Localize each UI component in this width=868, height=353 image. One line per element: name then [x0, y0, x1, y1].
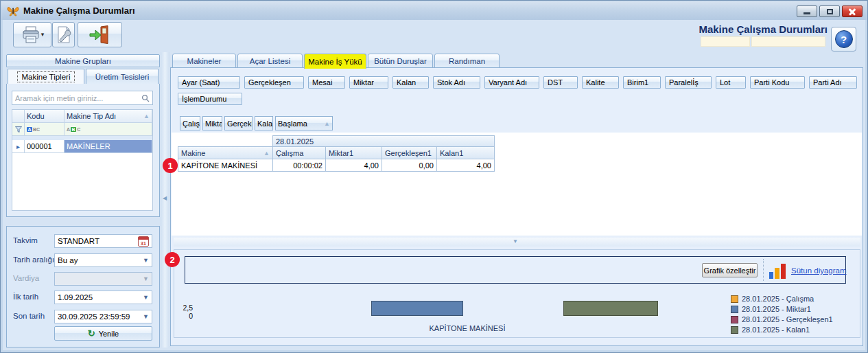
x-axis-category-label: KAPİTONE MAKİNESİ [385, 324, 550, 332]
pivot-column-kalan1[interactable]: Kalan1 [436, 146, 495, 159]
help-button[interactable]: ? [831, 27, 856, 52]
field-button-parti-adi[interactable]: Parti Adı [809, 76, 857, 89]
pivot-group-header-date[interactable]: 28.01.2025 [272, 135, 495, 147]
funnel-icon [15, 126, 22, 133]
question-mark-icon: ? [835, 30, 853, 48]
column-button-miktar[interactable]: Mikta [202, 116, 222, 130]
pivot-column-calisma[interactable]: Çalışma [272, 146, 326, 159]
field-button-varyant-adi[interactable]: Varyant Adı [484, 76, 539, 89]
sort-asc-icon: ▲ [143, 113, 150, 119]
grid-column-kodu[interactable]: Kodu [25, 110, 64, 123]
abc-filter-icon: ABC [27, 127, 40, 132]
maximize-button[interactable] [819, 5, 840, 17]
chevron-down-icon: ▼ [143, 313, 149, 320]
legend-item-calisma: 28.01.2025 - Çalışma [731, 295, 814, 303]
collapse-left-icon[interactable]: ◀ [163, 195, 167, 201]
search-input[interactable]: Aramak için metin giriniz... [12, 91, 153, 105]
column-button-calisma[interactable]: Çalışı [180, 116, 200, 130]
tarih-araligi-select[interactable]: Bu ay▼ [54, 253, 152, 267]
annotation-badge-2: 2 [165, 252, 180, 267]
takvim-field[interactable]: STANDART 31 [54, 234, 152, 248]
pivot-column-gerceklesen1[interactable]: Gerçekleşen1 [382, 146, 437, 159]
grid-column-makine-tip-adi[interactable]: Makine Tip Adı▲ [64, 110, 152, 123]
legend-item-miktar1: 28.01.2025 - Miktar1 [731, 305, 811, 313]
tab-makine-is-yuku[interactable]: Makine İş Yükü [304, 54, 366, 69]
sort-asc-icon: ▲ [263, 150, 270, 157]
chevron-down-icon: ▼ [143, 257, 149, 264]
pivot-column-miktar1[interactable]: Miktar1 [325, 146, 382, 159]
page-heading: Makine Çalışma Durumları [649, 23, 828, 35]
field-button-kalan[interactable]: Kalan [392, 76, 429, 89]
legend-swatch [731, 326, 738, 334]
grid-filter-row[interactable]: ABC ABC [12, 123, 152, 136]
field-button-dst[interactable]: DST [543, 76, 578, 89]
pivot-value-kalan1[interactable]: 4,00 [436, 159, 495, 172]
refresh-icon: ↻ [88, 329, 95, 338]
tab-acar-listesi[interactable]: Açar Listesi [237, 54, 303, 68]
sidebar-group-header[interactable]: Makine Grupları [6, 54, 160, 67]
search-placeholder: Aramak için metin giriniz... [15, 94, 141, 102]
grid-data-row[interactable]: ▸ 000001 MAKİNELER [12, 140, 152, 153]
close-icon [848, 8, 856, 15]
column-button-gerceklesen[interactable]: Gerçekl [224, 116, 253, 130]
pivot-row-machine[interactable]: KAPİTONE MAKİNESİ [178, 159, 273, 172]
close-button[interactable] [842, 5, 863, 17]
calendar-icon[interactable]: 31 [138, 236, 149, 247]
chevron-down-icon: ▼ [143, 275, 149, 282]
filter-funnel-cell[interactable] [12, 123, 25, 136]
yenile-button[interactable]: ↻ Yenile [54, 326, 152, 341]
column-button-kalan[interactable]: Kala [255, 116, 273, 130]
printer-icon [21, 26, 41, 44]
row-kodu-cell[interactable]: 000001 [25, 140, 64, 153]
report-settings-button[interactable] [52, 22, 75, 47]
machine-types-grid: Kodu Makine Tip Adı▲ ABC ABC ▸ 000001 MA… [12, 109, 153, 211]
tab-uretim-tesisleri[interactable]: Üretim Tesisleri [86, 69, 159, 84]
field-button-lot[interactable]: Lot [716, 76, 746, 89]
butterfly-app-icon [7, 5, 19, 16]
print-button[interactable]: ▾ [13, 22, 51, 47]
legend-swatch [731, 306, 738, 313]
print-dropdown-caret[interactable]: ▾ [41, 32, 45, 38]
grid-indicator-header-cell [12, 110, 25, 123]
field-button-stok-adi[interactable]: Stok Adı [433, 76, 480, 89]
sutun-diyagram-link[interactable]: Sütun diyagram [791, 266, 847, 275]
sort-asc-icon: ▲ [324, 120, 330, 127]
tab-makineler[interactable]: Makineler [172, 54, 236, 68]
field-button-kalite[interactable]: Kalite [582, 76, 619, 89]
tab-randiman[interactable]: Randıman [434, 54, 500, 68]
field-button-birim1[interactable]: Birim1 [623, 76, 661, 89]
vertical-splitter[interactable]: ◀ [161, 52, 169, 348]
row-name-cell[interactable]: MAKİNELER [64, 140, 152, 153]
exit-button[interactable] [78, 22, 122, 47]
ilk-tarih-label: İlk tarih [13, 293, 38, 301]
field-button-ayar-saat[interactable]: Ayar (Saat) [178, 76, 240, 89]
pivot-value-gerceklesen1[interactable]: 0,00 [382, 159, 437, 172]
exit-door-icon [89, 25, 112, 45]
tarih-araligi-label: Tarih aralığı [13, 255, 54, 264]
takvim-label: Takvim [13, 236, 38, 244]
field-button-parti-kodu[interactable]: Parti Kodu [750, 76, 805, 89]
filter-kodu-cell[interactable]: ABC [25, 123, 64, 136]
pivot-value-calisma[interactable]: 00:00:02 [272, 159, 326, 172]
tab-makine-tipleri[interactable]: Makine Tipleri [8, 69, 84, 84]
ilk-tarih-field[interactable]: 1.09.2025▼ [54, 291, 152, 304]
son-tarih-label: Son tarih [13, 312, 45, 320]
maximize-icon [827, 9, 833, 14]
abc-filter-icon: ABC [67, 127, 80, 132]
collapse-down-icon[interactable]: ▼ [513, 238, 518, 244]
field-button-miktar[interactable]: Miktar [349, 76, 388, 89]
pivot-row-dimension-header[interactable]: Makine▲ [178, 146, 273, 159]
field-button-mesai[interactable]: Mesai [308, 76, 345, 89]
info-box-left [701, 36, 750, 47]
son-tarih-field[interactable]: 30.09.2025 23:59:59▼ [54, 310, 152, 323]
field-button-islemdurumu[interactable]: İşlemDurumu [178, 93, 242, 105]
pivot-value-miktar1[interactable]: 4,00 [325, 159, 382, 172]
tab-butun-duruslar[interactable]: Bütün Duruşlar [368, 54, 433, 68]
field-button-paralelis[interactable]: Paralelİş [665, 76, 712, 89]
field-button-gerceklesen[interactable]: Gerçekleşen [244, 76, 304, 89]
sort-button-baslama[interactable]: Başlama▲ [275, 116, 333, 130]
minimize-button[interactable] [797, 5, 817, 17]
grafik-ozellestir-button[interactable]: Grafik özelleştir [702, 263, 758, 277]
filter-name-cell[interactable]: ABC [64, 123, 152, 136]
horizontal-splitter[interactable]: ▼ [174, 238, 860, 247]
